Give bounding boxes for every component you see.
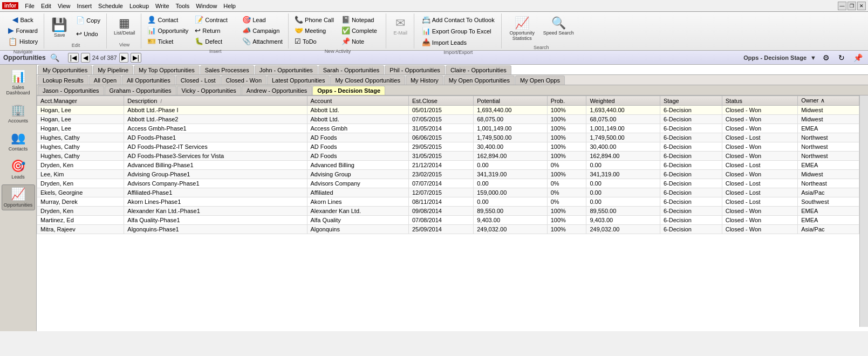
tab-my-open-opps[interactable]: My Open Opps — [515, 76, 565, 85]
tab-opps-decision-stage[interactable]: Opps - Decision Stage — [312, 86, 385, 95]
undo-button[interactable]: ↩ Undo — [73, 28, 103, 39]
table-row[interactable]: Hogan, LeeAbbott Ltd.-Phase IAbbott Ltd.… — [37, 106, 859, 115]
tab-john-opportunities[interactable]: John - Opportunities — [255, 65, 318, 74]
meeting-button[interactable]: 🤝 Meeting — [293, 25, 336, 36]
lead-button[interactable]: 🎯 Lead — [241, 15, 285, 25]
tab-graham-opportunities[interactable]: Graham - Opportunities — [105, 86, 176, 95]
save-button[interactable]: 💾 Save — [49, 15, 70, 40]
minimize-button[interactable]: — — [838, 2, 846, 10]
col-header-stage[interactable]: Stage — [660, 96, 722, 106]
table-row[interactable]: Dryden, KenAdvisors Company-Phase1Adviso… — [37, 179, 859, 188]
add-contact-outlook-button[interactable]: 📇 Add Contact To Outlook — [420, 15, 496, 25]
col-header-description[interactable]: Description / — [124, 96, 307, 106]
col-header-owner[interactable]: Owner ∧ — [798, 96, 859, 106]
menu-file[interactable]: File — [22, 2, 38, 10]
menu-lookup[interactable]: Lookup — [126, 2, 152, 10]
tab-closed-lost[interactable]: Closed - Lost — [176, 76, 221, 85]
table-row[interactable]: Hughes, CathyAD Foods-Phase1AD Foods06/0… — [37, 133, 859, 142]
nav-first-button[interactable]: |◀ — [68, 53, 79, 63]
restore-button[interactable]: ❐ — [848, 2, 856, 10]
speed-search-button[interactable]: 🔍 Speed Search — [541, 15, 577, 37]
email-button[interactable]: ✉ E-Mail — [391, 15, 410, 37]
tab-closed-won[interactable]: Closed - Won — [221, 76, 266, 85]
attachment-button[interactable]: 📎 Attachment — [241, 36, 285, 46]
table-row[interactable]: Dryden, KenAdvanced Billing-Phase1Advanc… — [37, 161, 859, 170]
view-dropdown-icon[interactable]: ▼ — [810, 54, 816, 61]
export-excel-button[interactable]: 📊 Export Group To Excel — [420, 26, 496, 36]
table-row[interactable]: Hogan, LeeAccess Gmbh-Phase1Access Gmbh3… — [37, 124, 859, 133]
col-header-weighted[interactable]: Weighted — [586, 96, 660, 106]
menu-help[interactable]: Help — [220, 2, 239, 10]
note-button[interactable]: 📌 Note — [340, 36, 382, 46]
tab-my-pipeline[interactable]: My Pipeline — [93, 65, 133, 74]
header-pin-icon[interactable]: 📌 — [851, 52, 865, 63]
menu-write[interactable]: Write — [152, 2, 172, 10]
contract-button[interactable]: 📝 Contract — [193, 15, 237, 25]
tab-sales-processes[interactable]: Sales Processes — [200, 65, 254, 74]
tab-my-open-opportunities[interactable]: My Open Opportunities — [444, 76, 515, 85]
close-button[interactable]: ✕ — [857, 2, 866, 10]
complete-button[interactable]: ✅ Complete — [340, 25, 382, 36]
table-row[interactable]: Hogan, LeeAbbott Ltd.-Phase2Abbott Ltd.0… — [37, 115, 859, 124]
tab-phil-opportunities[interactable]: Phil - Opportunities — [385, 65, 445, 74]
sidebar-item-opportunities[interactable]: 📈 Opportunities — [2, 184, 35, 210]
vertical-scrollbar[interactable] — [859, 95, 868, 327]
tab-lookup-results[interactable]: Lookup Results — [38, 76, 88, 85]
import-leads-button[interactable]: 📥 Import Leads — [420, 37, 496, 47]
sidebar-item-sales-dashboard[interactable]: 📊 Sales Dashboard — [2, 67, 35, 98]
table-row[interactable]: Murray, DerekAkorn Lines-Phase1Akorn Lin… — [37, 197, 859, 207]
table-row[interactable]: Hughes, CathyAD Foods-Phase3-Services fo… — [37, 152, 859, 161]
back-button[interactable]: ◀ Back — [10, 15, 36, 25]
notepad-button[interactable]: 📓 Notepad — [340, 15, 382, 25]
list-detail-button[interactable]: ▦ List/Detail — [111, 15, 138, 37]
return-button[interactable]: ↩ Return — [193, 25, 237, 36]
header-settings-icon[interactable]: ⚙ — [821, 52, 832, 63]
forward-button[interactable]: ▶ Forward — [5, 25, 40, 36]
todo-button[interactable]: ☑ ToDo — [293, 36, 336, 46]
history-button[interactable]: 📋 History — [5, 36, 40, 47]
sidebar-item-accounts[interactable]: 🏢 Accounts — [2, 100, 35, 126]
ticket-button[interactable]: 🎫 Ticket — [146, 36, 190, 46]
menu-view[interactable]: View — [54, 2, 74, 10]
tab-vicky-opportunities[interactable]: Vicky - Opportunities — [177, 86, 241, 95]
col-header-estclose[interactable]: Est.Close — [408, 96, 473, 106]
tab-sarah-opportunities[interactable]: Sarah - Opportunities — [318, 65, 385, 74]
menu-edit[interactable]: Edit — [38, 2, 54, 10]
col-header-potential[interactable]: Potential — [474, 96, 548, 106]
campaign-button[interactable]: 📣 Campaign — [241, 25, 285, 36]
table-row[interactable]: Hughes, CathyAD Foods-Phase2-IT Services… — [37, 142, 859, 152]
table-row[interactable]: Lee, KimAdvising Group-Phase1Advising Gr… — [37, 170, 859, 179]
nav-next-button[interactable]: ▶ — [119, 53, 128, 63]
menu-window[interactable]: Window — [193, 2, 220, 10]
sidebar-item-contacts[interactable]: 👥 Contacts — [2, 128, 35, 154]
col-header-account[interactable]: Account — [307, 96, 408, 106]
opportunity-stats-button[interactable]: 📈 Opportunity Statistics — [506, 15, 538, 43]
tab-my-history[interactable]: My History — [406, 76, 443, 85]
table-row[interactable]: Martinez, EdAlfa Quality-Phase1Alfa Qual… — [37, 216, 859, 225]
table-row[interactable]: Dryden, KenAlexander Kan Ltd.-Phase1Alex… — [37, 207, 859, 216]
nav-last-button[interactable]: ▶| — [131, 53, 141, 63]
defect-button[interactable]: 🐛 Defect — [193, 36, 237, 46]
phone-call-button[interactable]: 📞 Phone Call — [293, 15, 336, 25]
tab-my-top-opportunities[interactable]: My Top Opportunities — [134, 65, 200, 74]
header-refresh-icon[interactable]: ↻ — [836, 52, 847, 63]
tab-all-open[interactable]: All Open — [89, 76, 121, 85]
tab-my-closed-opportunities[interactable]: My Closed Opportunities — [330, 76, 405, 85]
menu-tools[interactable]: Tools — [173, 2, 193, 10]
sidebar-item-leads[interactable]: 🎯 Leads — [2, 156, 35, 182]
copy-button[interactable]: 📄 Copy — [73, 15, 103, 26]
menu-insert[interactable]: Insert — [74, 2, 95, 10]
tab-claire-opportunities[interactable]: Claire - Opportunities — [446, 65, 511, 74]
tab-latest-opportunities[interactable]: Latest Opportunities — [267, 76, 330, 85]
tab-my-opportunities[interactable]: My Opportunities — [38, 65, 92, 74]
contact-button[interactable]: 👤 Contact — [146, 15, 190, 25]
tab-jason-opportunities[interactable]: Jason - Opportunities — [38, 86, 104, 95]
col-header-prob[interactable]: Prob. — [547, 96, 586, 106]
search-icon-header[interactable]: 🔍 — [50, 53, 59, 62]
table-row[interactable]: Mitra, RajeevAlgonquins-Phase1Algonquins… — [37, 225, 859, 234]
nav-prev-button[interactable]: ◀ — [81, 53, 90, 63]
tab-andrew-opportunities[interactable]: Andrew - Opportunities — [242, 86, 312, 95]
table-row[interactable]: Ekels, GeorgineAffiliated-Phase1Affiliat… — [37, 188, 859, 197]
opportunity-button[interactable]: 📊 Opportunity — [146, 25, 190, 36]
col-header-status[interactable]: Status — [722, 96, 797, 106]
